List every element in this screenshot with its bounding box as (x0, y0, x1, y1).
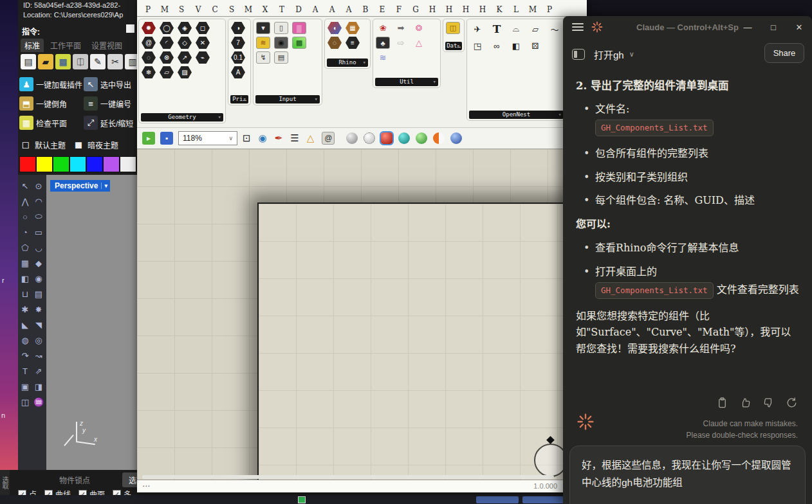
grasshopper-tab[interactable]: A (307, 3, 324, 16)
file-tool-icon[interactable]: ▤ (21, 54, 36, 69)
component-icon[interactable]: ◯ (160, 22, 174, 34)
component-icon[interactable]: ≋ (256, 37, 270, 49)
component-icon[interactable]: ❀ (376, 22, 390, 34)
component-icon[interactable]: ▱ (160, 66, 174, 78)
rhino-tool-icon[interactable]: ⋀ (19, 195, 31, 207)
component-icon[interactable]: ≡ (346, 37, 360, 49)
taskbar-app-icon[interactable] (298, 496, 306, 503)
component-icon[interactable]: ∞ (489, 39, 504, 53)
rhino-tool-icon[interactable]: ◧ (19, 273, 31, 284)
rhino-tool-icon[interactable]: ◫ (19, 396, 31, 408)
component-icon[interactable]: ▤ (274, 51, 288, 64)
rhino-tool-icon[interactable]: T (19, 365, 31, 377)
open-file-icon[interactable]: ▸ (142, 132, 155, 145)
rhino-tool-icon[interactable]: ◔ (19, 226, 31, 238)
color-swatch[interactable] (120, 156, 136, 172)
chat-input-text[interactable]: 好，根据这些信息，我现在让你写一个提取圆管中心线的gh电池功能组 (570, 446, 805, 491)
plugin-button[interactable]: ↖ 选中导出 (84, 76, 136, 93)
status-menu-dots[interactable]: ⋯ (142, 482, 150, 491)
rhino-tool-icon[interactable]: ◉ (33, 273, 44, 284)
copy-icon[interactable] (716, 397, 728, 409)
close-button[interactable]: ✕ (786, 22, 812, 32)
canvas-tool-icon[interactable]: ⊡ (243, 132, 251, 144)
preview-custom-icon[interactable] (398, 132, 410, 144)
grasshopper-tab[interactable]: T (273, 3, 290, 16)
component-icon[interactable]: ❄ (142, 66, 156, 78)
plugin-button[interactable]: ♟ 一键加载插件 (19, 76, 82, 93)
rhino-viewport[interactable]: Perspective ▾ z y x (46, 175, 137, 470)
component-icon[interactable]: ✹ (142, 22, 156, 34)
component-icon[interactable]: ⊗ (160, 51, 174, 64)
group-label[interactable]: Pri… (230, 95, 248, 104)
rhino-tool-icon[interactable]: ✱ (19, 303, 31, 315)
component-icon[interactable]: 0.1 (231, 51, 245, 64)
component-icon[interactable]: ⇨ (394, 37, 408, 49)
rhino-tool-icon[interactable]: ▭ (33, 226, 44, 238)
code-chip[interactable]: GH_Components_List.txt (595, 120, 714, 136)
preview-shaded-icon-selected[interactable] (381, 132, 392, 144)
canvas-paper[interactable] (257, 203, 587, 480)
command-input[interactable] (126, 24, 134, 33)
canvas-tool-icon[interactable]: ☰ (290, 132, 299, 144)
rhino-tool-icon[interactable]: ⬠ (19, 242, 31, 253)
component-icon[interactable]: ◌ (142, 51, 156, 64)
grasshopper-tab[interactable]: X (257, 3, 273, 16)
file-tool-icon[interactable]: ▦ (55, 54, 71, 69)
component-icon[interactable]: △ (412, 37, 426, 49)
component-icon[interactable]: ▦ (346, 22, 360, 34)
taskbar-button[interactable] (522, 496, 565, 503)
thumbs-down-icon[interactable] (762, 397, 775, 409)
color-swatch[interactable] (103, 156, 120, 172)
preview-custom-icon[interactable] (416, 132, 427, 144)
grasshopper-tab[interactable]: V (190, 3, 207, 16)
grasshopper-tab[interactable]: S (223, 3, 240, 16)
component-icon[interactable]: ➡ (394, 22, 408, 34)
grasshopper-tab[interactable]: F (391, 3, 407, 16)
file-tool-icon[interactable]: ⎅ (73, 54, 88, 69)
chat-title[interactable]: 打开gh (594, 48, 624, 61)
rhino-toolbar-tab[interactable]: 设置视图 (88, 39, 126, 52)
component-icon[interactable]: ◇ (178, 37, 192, 49)
grasshopper-tab[interactable]: A (340, 3, 357, 16)
grasshopper-tab[interactable]: P (140, 3, 156, 16)
theme-button[interactable]: ◻ 默认主题 (19, 138, 66, 151)
component-icon[interactable]: @ (142, 37, 156, 49)
plugin-button[interactable]: ⬒ 一键倒角 (19, 95, 82, 112)
group-label[interactable]: OpenNest (469, 111, 564, 119)
color-swatch[interactable] (69, 156, 86, 172)
grasshopper-tab[interactable]: H (457, 3, 474, 16)
sidebar-toggle-icon[interactable] (572, 49, 585, 60)
rhino-tool-icon[interactable]: ○ (19, 211, 31, 222)
component-icon[interactable]: ◳ (470, 39, 485, 53)
plugin-button[interactable]: ≡ 一键编号 (84, 95, 136, 112)
grasshopper-tab[interactable]: H (441, 3, 457, 16)
component-icon[interactable]: ◻ (196, 22, 210, 34)
share-button[interactable]: Share (764, 43, 804, 63)
file-tool-icon[interactable]: ✎ (90, 54, 106, 69)
component-icon[interactable]: ◖ (328, 22, 342, 34)
minimize-button[interactable]: — (735, 22, 761, 32)
component-icon[interactable]: ◉ (274, 37, 288, 49)
maximize-button[interactable]: □ (761, 22, 786, 32)
component-icon[interactable]: A (231, 66, 245, 78)
component-icon[interactable]: ▾ (256, 22, 270, 34)
canvas-tool-icon[interactable]: ◉ (259, 132, 267, 144)
component-icon[interactable]: ◌ (328, 37, 342, 49)
component-icon[interactable]: ◫ (446, 22, 460, 34)
grasshopper-tab[interactable]: P (541, 3, 558, 16)
component-icon[interactable]: 〜 (547, 22, 562, 36)
grasshopper-tab[interactable]: C (207, 3, 223, 16)
chat-input-box[interactable]: 好，根据这些信息，我现在让你写一个提取圆管中心线的gh电池功能组 + ≑ ◎ S… (569, 446, 806, 504)
rhino-tool-icon[interactable]: ↷ (19, 350, 31, 361)
retry-icon[interactable] (786, 397, 798, 409)
group-label[interactable]: Input (255, 95, 320, 104)
rhino-toolbar-tab[interactable]: 工作平面 (46, 39, 85, 52)
component-icon[interactable]: ▨ (178, 66, 192, 78)
rhino-tool-icon[interactable]: ◡ (33, 242, 44, 253)
preview-custom-icon[interactable] (450, 132, 462, 144)
grasshopper-tab[interactable]: H (424, 3, 441, 16)
viewport-title-tab[interactable]: Perspective ▾ (50, 180, 110, 192)
rhino-tool-icon[interactable]: ↖ (19, 180, 31, 192)
osnap-tab[interactable]: 物件锁点 (53, 473, 97, 487)
grasshopper-tab[interactable]: D (290, 3, 307, 16)
